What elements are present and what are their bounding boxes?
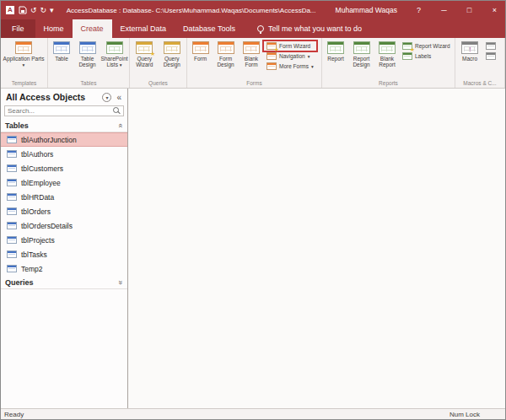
maximize-button[interactable]: □ [459, 1, 480, 19]
nav-item-label: tblOrders [21, 207, 51, 216]
numlock-indicator: Num Lock [449, 411, 502, 418]
nav-item-label: tblTasks [21, 250, 47, 259]
shutter-bar-close-icon[interactable]: « [115, 93, 123, 102]
table-icon [7, 222, 17, 229]
tell-me-box[interactable]: Tell me what you want to do [257, 19, 362, 38]
redo-icon[interactable]: ↻ [40, 1, 47, 19]
form-design-button[interactable]: Form Design [213, 40, 239, 69]
section-header-tables[interactable]: Tables « [1, 120, 127, 132]
query-wizard-button[interactable]: ★ Query Wizard [131, 40, 159, 69]
ribbon-group-forms: Form Form Design Blank Form ★ Form Wizar… [187, 38, 322, 88]
table-icon [7, 265, 17, 272]
class-module-button[interactable] [483, 51, 498, 61]
sharepoint-lists-icon [106, 41, 123, 54]
button-label: Navigation [279, 53, 305, 59]
nav-pane-title: All Access Objects [6, 92, 99, 102]
ribbon-group-macros: ! Macro Macros & C... [455, 38, 505, 88]
nav-item-label: Temp2 [21, 265, 43, 273]
nav-item-label: tblHRData [21, 193, 54, 202]
collapse-section-icon[interactable]: « [116, 123, 124, 127]
undo-icon[interactable]: ↺ [30, 1, 37, 19]
nav-item-tblAuthors[interactable]: tblAuthors [1, 147, 127, 161]
table-design-button[interactable]: Table Design [74, 40, 100, 69]
table-button[interactable]: Table [49, 40, 74, 62]
section-header-queries[interactable]: Queries » [1, 277, 127, 289]
queries-group-body: ★ Query Wizard Query Design [130, 38, 186, 78]
form-wizard-icon: ★ [266, 42, 277, 50]
table-icon [53, 41, 70, 54]
nav-item-label: tblProjects [21, 236, 55, 245]
application-parts-button[interactable]: Application Parts ▾ [2, 40, 46, 69]
expand-section-icon[interactable]: » [116, 280, 124, 284]
chevron-down-icon: ▾ [120, 62, 122, 67]
tab-external-data[interactable]: External Data [112, 19, 175, 38]
sharepoint-lists-button[interactable]: SharePoint Lists ▾ [100, 40, 128, 69]
table-icon [7, 250, 17, 258]
chevron-down-icon: ▾ [308, 54, 310, 59]
access-app-icon[interactable]: A [6, 6, 14, 14]
wizard-spark-icon: ★ [410, 46, 415, 52]
search-icon[interactable] [113, 107, 121, 115]
form-icon [192, 41, 209, 54]
table-icon [7, 193, 17, 201]
tab-file[interactable]: File [1, 19, 35, 38]
button-label: Application Parts ▾ [3, 56, 45, 68]
table-icon [7, 236, 17, 244]
tab-home[interactable]: Home [35, 19, 73, 38]
form-wizard-button[interactable]: ★ Form Wizard [264, 41, 316, 51]
table-icon [7, 179, 17, 186]
access-window: A ↺ ↻ ▾ AccessDatabase : Database- C:\Us… [0, 0, 506, 420]
more-forms-button[interactable]: More Forms ▾ [264, 62, 316, 71]
button-label: Macro [462, 56, 477, 62]
navigation-button[interactable]: Navigation ▾ [264, 51, 316, 61]
button-label: Form [194, 56, 207, 62]
button-label: Blank Form [240, 56, 263, 68]
nav-pane-header[interactable]: All Access Objects ▾ « [1, 89, 127, 105]
tab-create[interactable]: Create [73, 19, 112, 38]
nav-item-tblAuthorJunction[interactable]: tblAuthorJunction [1, 132, 127, 147]
nav-item-Temp2[interactable]: Temp2 [1, 261, 127, 276]
close-button[interactable]: × [484, 1, 505, 19]
macros-group-body: ! Macro [455, 38, 504, 78]
macro-button[interactable]: ! Macro [456, 40, 483, 62]
form-button[interactable]: Form [188, 40, 213, 62]
help-button[interactable]: ? [408, 1, 429, 19]
nav-item-tblEmployee[interactable]: tblEmployee [1, 175, 127, 190]
wizard-spark-icon: ★ [274, 46, 279, 52]
status-text: Ready [4, 411, 24, 418]
class-module-icon [486, 52, 496, 60]
minimize-button[interactable]: ─ [433, 1, 455, 19]
tab-database-tools[interactable]: Database Tools [175, 19, 244, 38]
button-label: Labels [415, 53, 431, 59]
query-design-button[interactable]: Query Design [159, 40, 186, 69]
nav-item-tblTasks[interactable]: tblTasks [1, 247, 127, 261]
signed-in-user[interactable]: Muhammad Waqas [336, 6, 397, 14]
blank-form-button[interactable]: Blank Form [239, 40, 264, 69]
nav-item-tblHRData[interactable]: tblHRData [1, 190, 127, 204]
blank-report-button[interactable]: Blank Report [374, 40, 400, 69]
report-wizard-button[interactable]: ★ Report Wizard [400, 41, 453, 51]
table-icon [7, 136, 17, 143]
navigation-icon [266, 52, 277, 60]
save-icon[interactable] [19, 3, 27, 18]
reports-small-buttons: ★ Report Wizard Labels [400, 40, 453, 61]
window-title: AccessDatabase : Database- C:\Users\Muha… [58, 7, 325, 14]
module-icon [486, 42, 496, 50]
report-button[interactable]: Report [323, 40, 348, 62]
tables-header-label: Tables [5, 121, 29, 130]
button-label: Blank Report [375, 56, 399, 68]
search-input[interactable] [8, 107, 110, 115]
nav-item-tblOrdersDetails[interactable]: tblOrdersDetails [1, 218, 127, 233]
nav-item-tblOrders[interactable]: tblOrders [1, 204, 127, 218]
nav-item-tblProjects[interactable]: tblProjects [1, 233, 127, 247]
button-text: Application Parts [3, 56, 45, 62]
nav-menu-dropdown-icon[interactable]: ▾ [102, 93, 111, 102]
report-design-button[interactable]: Report Design [348, 40, 374, 69]
group-label-forms: Forms [187, 78, 321, 88]
nav-item-tblCustomers[interactable]: tblCustomers [1, 161, 127, 175]
group-label-reports: Reports [322, 78, 455, 88]
qat-customize-icon[interactable]: ▾ [50, 1, 54, 19]
button-label: More Forms [279, 63, 309, 69]
module-button[interactable] [483, 41, 498, 51]
labels-button[interactable]: Labels [400, 51, 453, 61]
